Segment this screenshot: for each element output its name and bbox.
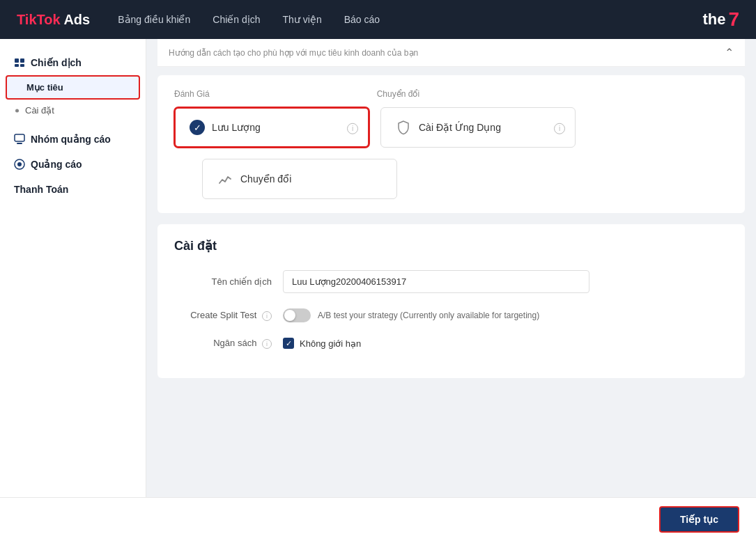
objective-headings: Đánh Giá Chuyển đổi	[174, 89, 728, 99]
ngan-sach-checkbox-wrap: ✓ Không giới hạn	[283, 338, 728, 349]
label-split: Create Split Test i	[174, 310, 272, 321]
ad-icon	[14, 159, 25, 170]
split-toggle-wrap: A/B test your strategy (Currently only a…	[283, 308, 728, 322]
sidebar-section-quangcao-label: Quảng cáo	[31, 159, 82, 170]
sidebar-section-nhom[interactable]: Nhóm quảng cáo	[0, 127, 146, 152]
svg-rect-5	[17, 143, 22, 144]
label-ngan-sach: Ngân sách i	[174, 338, 272, 349]
svg-rect-1	[20, 58, 24, 63]
ngan-sach-checkbox[interactable]: ✓	[283, 338, 294, 349]
sidebar-dot	[15, 109, 19, 112]
caidat-title: Cài đặt	[174, 238, 728, 253]
card-cai-dat-label: Cài Đặt Ứng Dụng	[419, 122, 501, 133]
logo: TikTok Ads	[17, 12, 90, 28]
split-info-icon[interactable]: i	[262, 311, 272, 321]
form-row-split: Create Split Test i A/B test your strate…	[174, 308, 728, 322]
campaign-icon	[14, 57, 25, 68]
top-navigation: TikTok Ads Bảng điều khiển Chiến dịch Th…	[0, 0, 756, 39]
svg-rect-2	[15, 64, 19, 67]
svg-point-7	[17, 162, 22, 166]
continue-button[interactable]: Tiếp tục	[659, 506, 739, 533]
label-ten: Tên chiến dịch	[174, 276, 272, 287]
brand-text: the	[702, 10, 725, 29]
luu-luong-info-icon[interactable]: i	[347, 121, 358, 134]
card-chuyen-doi-label: Chuyển đổi	[240, 173, 291, 185]
chart-icon	[217, 171, 233, 187]
content-inner: Hướng dẫn cách tạo cho phù hợp với mục t…	[146, 39, 756, 442]
sidebar-item-muc-tieu[interactable]: Mục tiêu	[6, 75, 140, 100]
sidebar: Chiến dịch Mục tiêu Cài đặt Nhóm quảng c…	[0, 39, 146, 497]
split-toggle[interactable]	[283, 308, 311, 322]
sidebar-item-cai-dat[interactable]: Cài đặt	[0, 100, 146, 121]
sidebar-section-nhom-label: Nhóm quảng cáo	[31, 134, 111, 145]
card-luu-luong[interactable]: ✓ Lưu Lượng i	[174, 107, 369, 148]
card-luu-luong-label: Lưu Lượng	[212, 122, 261, 133]
card-chuyen-doi[interactable]: Chuyển đổi	[202, 159, 397, 199]
card-cai-dat-ung-dung[interactable]: Cài Đặt Ứng Dụng i	[380, 107, 576, 148]
heading-danh-gia: Đánh Giá	[174, 89, 210, 99]
sidebar-item-muc-tieu-label: Mục tiêu	[26, 82, 63, 93]
shield-icon	[395, 119, 412, 136]
check-icon: ✓	[190, 120, 205, 135]
brand-logo: the7	[702, 8, 739, 31]
ten-chien-dich-input[interactable]	[283, 270, 589, 293]
sidebar-item-cai-dat-label: Cài đặt	[25, 105, 54, 116]
collapse-icon[interactable]: ⌃	[725, 46, 734, 59]
sidebar-section-campaign[interactable]: Chiến dịch	[0, 50, 146, 75]
heading-chuyen-doi: Chuyển đổi	[377, 89, 419, 99]
form-row-ngan-sach: Ngân sách i ✓ Không giới hạn	[174, 338, 728, 349]
cai-dat-info-icon[interactable]: i	[554, 121, 565, 134]
sidebar-section-campaign-label: Chiến dịch	[31, 57, 82, 68]
objectives-section: Đánh Giá Chuyển đổi ✓ Lưu Lượng i	[157, 75, 745, 213]
sidebar-section-quangcao[interactable]: Quảng cáo	[0, 152, 146, 177]
svg-rect-4	[15, 134, 24, 141]
svg-rect-3	[20, 64, 24, 67]
nav-campaign[interactable]: Chiến dịch	[213, 14, 260, 25]
caidat-section: Cài đặt Tên chiến dịch Create Split Test…	[157, 224, 745, 378]
ngan-sach-info-icon[interactable]: i	[262, 339, 272, 349]
nav-dashboard[interactable]: Bảng điều khiển	[118, 14, 190, 25]
form-row-ten: Tên chiến dịch	[174, 270, 728, 293]
objective-cards-row: ✓ Lưu Lượng i Cài Đặt Ứng Dụn	[174, 107, 728, 199]
topnav-links: Bảng điều khiển Chiến dịch Thư viện Báo …	[118, 14, 380, 25]
topnav-left: TikTok Ads Bảng điều khiển Chiến dịch Th…	[17, 12, 380, 28]
split-description: A/B test your strategy (Currently only a…	[318, 311, 539, 320]
field-ten	[283, 270, 728, 293]
toggle-knob	[284, 310, 295, 321]
hint-text: Hướng dẫn cách tạo cho phù hợp với mục t…	[169, 48, 418, 58]
group-icon	[14, 134, 25, 145]
svg-rect-0	[15, 58, 19, 63]
logo-tiktok: TikTok	[17, 12, 61, 27]
main-content: Hướng dẫn cách tạo cho phù hợp với mục t…	[146, 39, 756, 497]
nav-library[interactable]: Thư viện	[283, 14, 322, 25]
ngan-sach-label: Không giới hạn	[300, 338, 361, 349]
hint-bar: Hướng dẫn cách tạo cho phù hợp với mục t…	[157, 39, 745, 67]
nav-report[interactable]: Báo cáo	[344, 14, 380, 25]
main-layout: Chiến dịch Mục tiêu Cài đặt Nhóm quảng c…	[0, 39, 756, 497]
sidebar-thanh-toan[interactable]: Thanh Toán	[0, 177, 146, 202]
bottom-bar: Tiếp tục	[0, 497, 756, 541]
brand-number: 7	[728, 8, 739, 31]
